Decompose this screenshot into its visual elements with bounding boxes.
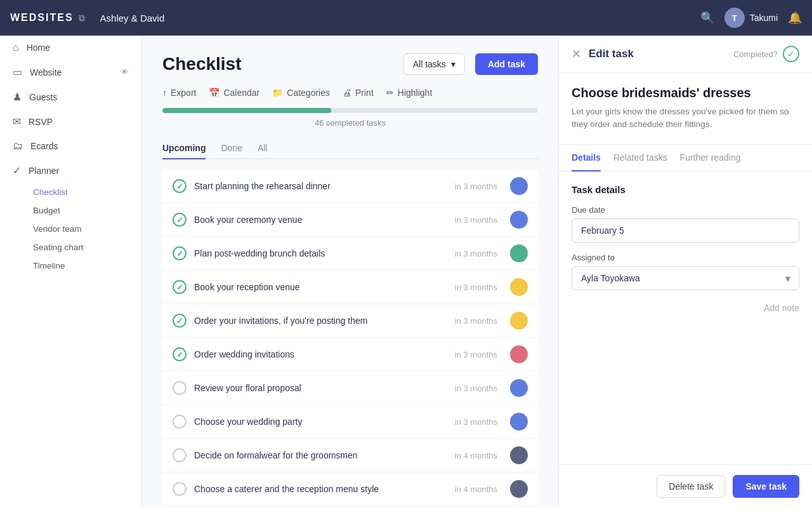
calendar-icon: 📅 <box>209 88 219 98</box>
avatar <box>510 278 528 296</box>
table-row[interactable]: Book your reception venue in 3 months <box>162 271 538 304</box>
task-check-10[interactable] <box>173 482 187 496</box>
highlight-label: Highlight <box>398 88 432 98</box>
task-check-7[interactable] <box>173 381 187 395</box>
logo: WEDSITES <box>10 12 74 23</box>
sidebar-sub-vendor-team[interactable]: Vendor team <box>0 220 141 238</box>
add-note-button[interactable]: Add note <box>572 300 799 316</box>
task-description: Let your girls know the dresses you've p… <box>559 105 812 145</box>
task-label: Plan post-wedding brunch details <box>194 248 447 258</box>
assigned-to-select[interactable]: Ayla Toyokawa Takumi Ashley David <box>572 266 799 290</box>
task-label: Order wedding invitations <box>194 349 447 359</box>
sidebar-item-guests[interactable]: ♟ Guests <box>0 84 141 109</box>
sidebar-sub-seating-chart[interactable]: Seating chart <box>0 238 141 257</box>
highlight-button[interactable]: ✏ Highlight <box>386 88 432 98</box>
sidebar-item-planner[interactable]: ✓ Planner <box>0 158 141 183</box>
table-row[interactable]: Order your invitations, if you're postin… <box>162 304 538 338</box>
task-time: in 3 months <box>455 215 497 225</box>
filter-dropdown[interactable]: All tasks ▾ <box>403 53 465 75</box>
content: Checklist All tasks ▾ Add task ↑ Export … <box>142 36 812 508</box>
completed-toggle[interactable]: ✓ <box>783 46 799 62</box>
calendar-button[interactable]: 📅 Calendar <box>209 88 259 98</box>
avatar <box>510 211 528 229</box>
table-row[interactable]: Review your floral proposal in 3 months <box>162 371 538 405</box>
edit-task-panel: ✕ Edit task Completed? ✓ Choose bridesma… <box>558 36 812 508</box>
categories-button[interactable]: 📁 Categories <box>272 88 330 98</box>
task-check-6[interactable] <box>173 347 187 361</box>
add-task-button[interactable]: Add task <box>475 53 538 75</box>
task-check-2[interactable] <box>173 213 187 227</box>
table-row[interactable]: Decide on formalwear for the groomsmen i… <box>162 439 538 472</box>
task-label: Order your invitations, if you're postin… <box>194 316 447 326</box>
task-label: Start planning the rehearsal dinner <box>194 181 447 191</box>
tab-upcoming[interactable]: Upcoming <box>162 138 206 159</box>
table-row[interactable]: Choose a caterer and the reception menu … <box>162 472 538 506</box>
sidebar-item-label: Website <box>30 67 113 77</box>
panel-tab-related-tasks[interactable]: Related tasks <box>613 145 667 171</box>
close-button[interactable]: ✕ <box>572 47 581 61</box>
due-date-input[interactable] <box>572 218 799 243</box>
sidebar-item-label: Guests <box>29 92 129 102</box>
notifications-icon[interactable]: 🔔 <box>788 11 802 25</box>
task-time: in 3 months <box>455 182 497 191</box>
task-check-3[interactable] <box>173 246 187 260</box>
home-icon: ⌂ <box>13 42 19 53</box>
table-row[interactable]: Book your ceremony venue in 3 months <box>162 203 538 237</box>
sidebar-item-rsvp[interactable]: ✉ RSVP <box>0 109 141 134</box>
panel-tab-further-reading[interactable]: Further reading <box>680 145 741 171</box>
table-row[interactable]: Start planning the rehearsal dinner in 3… <box>162 170 538 203</box>
search-icon[interactable]: 🔍 <box>700 11 714 25</box>
avatar <box>510 413 528 431</box>
username: Takumi <box>750 13 778 23</box>
task-check-4[interactable] <box>173 280 187 294</box>
sidebar-item-home[interactable]: ⌂ Home <box>0 36 141 60</box>
user-area: T Takumi <box>724 8 778 28</box>
tab-done[interactable]: Done <box>221 138 242 159</box>
task-label: Choose your wedding party <box>194 417 447 427</box>
avatar <box>510 244 528 262</box>
ecards-icon: 🗂 <box>13 140 23 152</box>
task-check-1[interactable] <box>173 179 187 193</box>
delete-task-button[interactable]: Delete task <box>657 475 725 498</box>
task-label: Book your ceremony venue <box>194 215 447 225</box>
filter-label: All tasks <box>413 59 446 69</box>
task-time: in 3 months <box>455 350 497 359</box>
task-time: in 4 months <box>455 451 497 460</box>
task-label: Choose a caterer and the reception menu … <box>194 484 447 494</box>
completed-label: Completed? <box>733 50 778 59</box>
guests-icon: ♟ <box>13 91 22 103</box>
website-icon: ▭ <box>13 66 22 78</box>
panel-title: Edit task <box>589 48 726 60</box>
completed-count: 46 completed tasks <box>162 118 538 128</box>
table-row[interactable]: Choose your wedding party in 3 months <box>162 405 538 439</box>
print-button[interactable]: 🖨 Print <box>343 88 374 98</box>
categories-icon: 📁 <box>272 88 283 98</box>
calendar-label: Calendar <box>223 88 259 98</box>
eye-icon: 👁 <box>121 67 129 77</box>
task-time: in 3 months <box>455 417 497 427</box>
tab-all[interactable]: All <box>258 138 268 159</box>
task-label: Decide on formalwear for the groomsmen <box>194 450 447 460</box>
task-check-8[interactable] <box>173 415 187 429</box>
panel-tab-details[interactable]: Details <box>572 145 601 171</box>
export-button[interactable]: ↑ Export <box>162 88 196 98</box>
assigned-to-select-wrap: Ayla Toyokawa Takumi Ashley David ▾ <box>572 266 799 290</box>
table-row[interactable]: Plan post-wedding brunch details in 3 mo… <box>162 237 538 271</box>
sidebar-sub-timeline[interactable]: Timeline <box>0 257 141 275</box>
sidebar-item-label: RSVP <box>29 117 129 127</box>
save-task-button[interactable]: Save task <box>733 475 799 498</box>
task-check-5[interactable] <box>173 314 187 328</box>
sidebar-item-ecards[interactable]: 🗂 Ecards <box>0 134 141 158</box>
task-time: in 3 months <box>455 384 497 393</box>
task-time: in 3 months <box>455 316 497 326</box>
project-name: Ashley & David <box>100 13 700 23</box>
completed-check-area: Completed? ✓ <box>733 46 799 62</box>
sidebar-item-website[interactable]: ▭ Website 👁 <box>0 60 141 84</box>
sidebar-sub-checklist[interactable]: Checklist <box>0 183 141 201</box>
table-row[interactable]: Order wedding invitations in 3 months <box>162 338 538 371</box>
expand-icon[interactable]: ⧉ <box>79 13 85 23</box>
chevron-down-icon: ▾ <box>451 59 455 69</box>
task-check-9[interactable] <box>173 448 187 462</box>
sidebar-sub-budget[interactable]: Budget <box>0 201 141 220</box>
sidebar-item-label: Planner <box>29 166 129 176</box>
